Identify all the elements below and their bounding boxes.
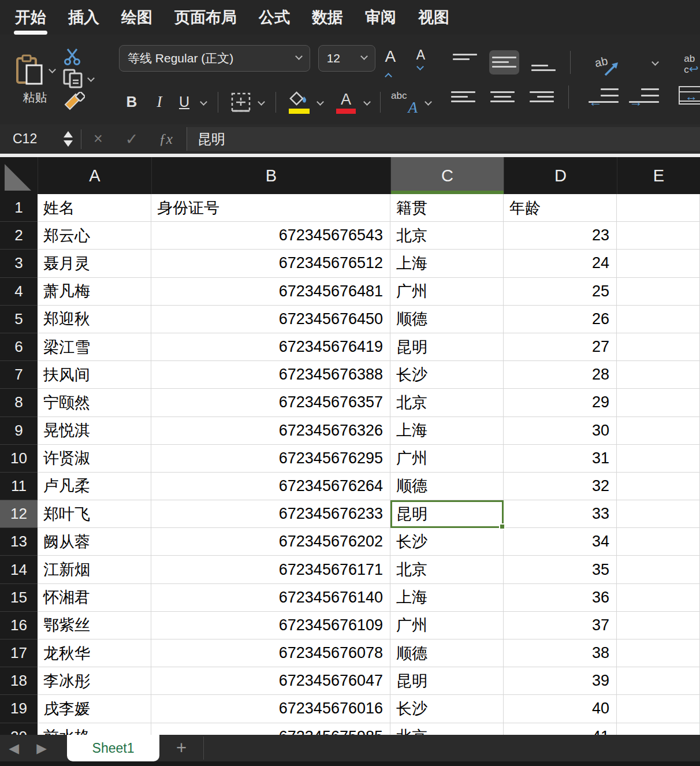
- cell-place[interactable]: 顺德: [390, 639, 504, 667]
- font-color-chevron-icon[interactable]: [363, 98, 371, 106]
- borders-button[interactable]: [230, 91, 252, 113]
- cell-id[interactable]: 672345676419: [151, 333, 390, 361]
- column-header-b[interactable]: B: [151, 157, 390, 194]
- row-header[interactable]: 18: [0, 667, 38, 695]
- text-effects-chevron-icon[interactable]: [425, 98, 432, 106]
- cell-place[interactable]: 北京: [390, 389, 504, 417]
- cell-name[interactable]: 聂月灵: [38, 250, 151, 277]
- cell-place[interactable]: 广州: [390, 445, 504, 473]
- cell-empty[interactable]: [617, 473, 700, 500]
- cell-empty[interactable]: [617, 389, 700, 417]
- decrease-indent-button[interactable]: ←: [589, 87, 619, 107]
- cell-empty[interactable]: [617, 723, 700, 735]
- cell-name[interactable]: 李冰彤: [38, 667, 151, 695]
- row-header[interactable]: 19: [0, 695, 38, 723]
- cell-name[interactable]: 戌李媛: [38, 695, 151, 723]
- cell-empty[interactable]: [617, 445, 700, 473]
- cell-age[interactable]: 26: [504, 306, 617, 333]
- cell-age[interactable]: 34: [504, 528, 617, 556]
- align-center-button[interactable]: [487, 85, 517, 109]
- cell-id[interactable]: 672345676512: [151, 250, 390, 277]
- paste-button[interactable]: 粘贴: [0, 35, 63, 124]
- row-header[interactable]: 2: [0, 222, 38, 250]
- cell-empty[interactable]: [617, 222, 700, 250]
- cell-name[interactable]: 晃悦淇: [38, 417, 151, 445]
- cell-name[interactable]: 龙秋华: [38, 639, 151, 667]
- row-header[interactable]: 16: [0, 612, 38, 639]
- cell-id[interactable]: 672345676295: [151, 445, 390, 473]
- row-header[interactable]: 5: [0, 306, 38, 333]
- row-header[interactable]: 4: [0, 278, 38, 306]
- select-all-button[interactable]: [0, 157, 38, 194]
- cell-name[interactable]: 卢凡柔: [38, 473, 151, 500]
- cell-empty[interactable]: [617, 417, 700, 445]
- cell-age[interactable]: 41: [504, 723, 617, 735]
- cell-place[interactable]: 长沙: [390, 695, 504, 723]
- format-painter-button[interactable]: [63, 92, 85, 111]
- column-header-d[interactable]: D: [504, 157, 617, 194]
- cell-empty[interactable]: [617, 250, 700, 277]
- cell-age[interactable]: 33: [504, 500, 617, 528]
- sheet-tab-active[interactable]: Sheet1: [67, 735, 159, 761]
- orientation-button[interactable]: ab: [595, 55, 639, 69]
- cell-id[interactable]: 672345676388: [151, 361, 390, 389]
- cell-empty[interactable]: [617, 361, 700, 389]
- cell-place[interactable]: 长沙: [390, 361, 504, 389]
- tab-review[interactable]: 审阅: [364, 5, 397, 30]
- align-left-button[interactable]: [448, 85, 478, 109]
- cell-place[interactable]: 昆明: [390, 333, 504, 361]
- borders-chevron-icon[interactable]: [258, 98, 265, 106]
- cell-place[interactable]: 北京: [390, 723, 504, 735]
- cell-age[interactable]: 36: [504, 584, 617, 612]
- orientation-chevron-icon[interactable]: [651, 58, 659, 66]
- cell-id[interactable]: 672345676171: [151, 556, 390, 583]
- cell-name-header[interactable]: 姓名: [38, 194, 151, 222]
- confirm-button[interactable]: ✓: [115, 130, 148, 148]
- formula-input[interactable]: 昆明: [187, 127, 700, 151]
- cell-empty[interactable]: [617, 306, 700, 333]
- cell-id[interactable]: 672345676202: [151, 528, 390, 556]
- cell-age[interactable]: 28: [504, 361, 617, 389]
- cell-place-header[interactable]: 籍贯: [390, 194, 504, 222]
- align-right-button[interactable]: [527, 85, 557, 109]
- cell-age[interactable]: 38: [504, 639, 617, 667]
- cell-empty[interactable]: [617, 500, 700, 528]
- cut-button[interactable]: [63, 48, 81, 65]
- cell-id[interactable]: 672345676543: [151, 222, 390, 250]
- cell-name[interactable]: 郑云心: [38, 222, 151, 250]
- cell-name[interactable]: 怀湘君: [38, 584, 151, 612]
- cell-age[interactable]: 32: [504, 473, 617, 500]
- cell-place[interactable]: 北京: [390, 222, 504, 250]
- column-header-e[interactable]: E: [617, 157, 700, 194]
- add-sheet-button[interactable]: +: [159, 738, 203, 758]
- tab-view[interactable]: 视图: [417, 5, 450, 30]
- cell-place[interactable]: 北京: [390, 556, 504, 583]
- tab-home[interactable]: 开始: [14, 5, 47, 30]
- cell-age[interactable]: 27: [504, 333, 617, 361]
- merge-center-button[interactable]: ↔: [679, 86, 700, 105]
- insert-function-button[interactable]: ƒx: [148, 131, 183, 147]
- underline-button[interactable]: U: [174, 94, 194, 110]
- cell-age[interactable]: 29: [504, 389, 617, 417]
- cell-id[interactable]: 672345676109: [151, 612, 390, 639]
- align-bottom-button[interactable]: [528, 50, 558, 75]
- cell-place[interactable]: 上海: [390, 250, 504, 277]
- row-header[interactable]: 14: [0, 556, 38, 583]
- cell-id[interactable]: 672345676078: [151, 639, 390, 667]
- cell-empty[interactable]: [617, 194, 700, 222]
- cell-id[interactable]: 672345676047: [151, 667, 390, 695]
- cell-empty[interactable]: [617, 333, 700, 361]
- cell-place-selected[interactable]: 昆明: [390, 500, 504, 528]
- row-header[interactable]: 13: [0, 528, 38, 556]
- tab-formulas[interactable]: 公式: [258, 5, 291, 30]
- cell-name[interactable]: 阙从蓉: [38, 528, 151, 556]
- row-header[interactable]: 1: [0, 194, 38, 222]
- bold-button[interactable]: B: [119, 93, 144, 111]
- font-color-button[interactable]: A: [334, 91, 358, 114]
- cell-id[interactable]: 672345676357: [151, 389, 390, 417]
- cell-place[interactable]: 昆明: [390, 667, 504, 695]
- cell-name[interactable]: 郑迎秋: [38, 306, 151, 333]
- cell-empty[interactable]: [617, 278, 700, 306]
- tab-data[interactable]: 数据: [311, 5, 344, 30]
- wrap-text-button[interactable]: ab c↩: [684, 54, 698, 75]
